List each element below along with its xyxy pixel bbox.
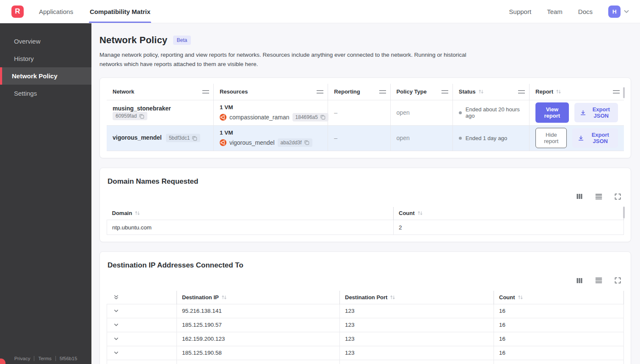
column-label: Policy Type: [397, 88, 427, 95]
column-resize-handle[interactable]: [518, 90, 525, 94]
domain-names-card: Domain Names Requested Domain Count: [99, 168, 631, 243]
destination-port-cell: 123: [340, 318, 494, 332]
expander-cell: [107, 332, 177, 346]
app-logo[interactable]: R: [11, 6, 24, 18]
copy-icon[interactable]: [139, 113, 144, 119]
sort-icon[interactable]: [390, 295, 395, 300]
sidebar-item-history[interactable]: History: [0, 50, 91, 67]
copy-icon[interactable]: [192, 135, 197, 141]
sort-icon[interactable]: [518, 295, 523, 300]
destination-ip-cell: 185.125.190.58: [177, 346, 340, 360]
networks-header-row: Network Resources Reporting: [107, 84, 624, 100]
networks-card: Network Resources Reporting: [99, 77, 631, 158]
policy-type-cell: open: [390, 125, 452, 151]
build-version: 5f56b15: [60, 356, 77, 361]
resources-cell: 1 VM compassionate_raman 184696a5: [213, 100, 328, 125]
sort-icon[interactable]: [221, 295, 227, 300]
beta-badge: Beta: [173, 36, 191, 45]
domains-header-row: Domain Count: [107, 207, 624, 220]
column-header-network: Network: [107, 84, 213, 100]
expander-cell: [107, 318, 177, 332]
network-name: musing_stonebraker: [113, 105, 171, 112]
chevron-down-icon[interactable]: [112, 350, 171, 356]
tab-applications[interactable]: Applications: [38, 0, 74, 23]
chevron-down-icon[interactable]: [112, 336, 171, 342]
columns-icon[interactable]: [576, 193, 583, 200]
page-title: Network Policy: [99, 35, 168, 46]
link-docs[interactable]: Docs: [578, 8, 593, 15]
column-header-destination-ip: Destination IP: [177, 291, 340, 304]
column-resize-handle[interactable]: [441, 90, 448, 94]
reporting-cell: –: [328, 125, 390, 151]
status-text: Ended about 20 hours ago: [466, 106, 523, 119]
column-header-resources: Resources: [213, 84, 328, 100]
user-avatar[interactable]: H: [608, 6, 621, 18]
network-id: 5bdf3dc1: [169, 135, 190, 141]
resources-summary: 1 VM: [220, 130, 322, 136]
report-cell: View report Export JSON: [530, 100, 624, 125]
status-text: Ended 1 day ago: [466, 135, 507, 141]
chevron-down-icon[interactable]: [112, 308, 171, 314]
download-icon: [578, 135, 584, 141]
column-label: Network: [113, 88, 134, 95]
column-header-policy-type: Policy Type: [390, 84, 452, 100]
destinations-table: Destination IP Destination Port Count 95…: [107, 291, 624, 364]
count-cell: 16: [494, 332, 624, 346]
vertical-scrollbar[interactable]: [623, 87, 625, 98]
column-label: Status: [459, 88, 476, 95]
resources-cell: 1 VM vigorous_mendel aba2dd3f: [213, 125, 328, 151]
rows-icon[interactable]: [595, 193, 603, 201]
sidebar: Overview History Network Policy Settings…: [0, 23, 91, 364]
sort-icon[interactable]: [478, 89, 484, 94]
sidebar-item-overview[interactable]: Overview: [0, 33, 91, 50]
export-json-button[interactable]: Export JSON: [574, 103, 618, 122]
column-resize-handle[interactable]: [202, 90, 209, 94]
privacy-link[interactable]: Privacy: [14, 356, 30, 361]
column-resize-handle[interactable]: [317, 90, 323, 94]
vertical-scrollbar[interactable]: [623, 207, 625, 218]
destination-port-cell: 123: [340, 346, 494, 360]
hide-report-button[interactable]: Hide report: [535, 128, 567, 148]
column-label: Domain: [112, 210, 132, 216]
network-cell: musing_stonebraker60959fad: [107, 100, 213, 125]
table-toolbar: [107, 276, 621, 284]
destination-row: 185.125.190.57 123 16: [107, 318, 624, 332]
copy-icon[interactable]: [304, 140, 309, 145]
status-cell: Ended 1 day ago: [452, 125, 529, 151]
column-header-destination-port: Destination Port: [340, 291, 494, 304]
tab-compatibility-matrix[interactable]: Compatibility Matrix: [89, 0, 151, 23]
chevron-down-icon[interactable]: [112, 322, 171, 328]
terms-link[interactable]: Terms: [38, 356, 51, 361]
destination-port-cell: 123: [340, 360, 494, 364]
column-label: Count: [399, 210, 415, 216]
copy-icon[interactable]: [320, 114, 326, 120]
expander-cell: [107, 360, 177, 364]
export-json-button[interactable]: Export JSON: [572, 128, 618, 148]
user-menu-chevron-down-icon[interactable]: [623, 8, 630, 15]
expand-all-chevrons-icon[interactable]: [112, 294, 172, 301]
rows-icon[interactable]: [595, 276, 603, 284]
fullscreen-icon[interactable]: [614, 277, 621, 284]
column-label: Destination Port: [345, 294, 387, 301]
link-support[interactable]: Support: [509, 8, 532, 15]
link-team[interactable]: Team: [547, 8, 563, 15]
sort-icon[interactable]: [135, 210, 140, 216]
view-report-button[interactable]: View report: [535, 102, 568, 123]
topbar-left: R Applications Compatibility Matrix: [0, 0, 166, 23]
columns-icon[interactable]: [576, 277, 583, 284]
fullscreen-icon[interactable]: [614, 193, 621, 200]
resource-id: aba2dd3f: [281, 140, 302, 146]
resource-name: compassionate_raman: [229, 114, 290, 121]
sort-icon[interactable]: [556, 89, 561, 94]
column-resize-handle[interactable]: [379, 90, 386, 94]
status-cell: Ended about 20 hours ago: [452, 100, 529, 125]
top-navigation-bar: R Applications Compatibility Matrix Supp…: [0, 0, 640, 23]
policy-type-cell: open: [390, 100, 452, 125]
destination-ip-cell: 95.216.138.141: [177, 304, 340, 318]
sidebar-item-network-policy[interactable]: Network Policy: [0, 67, 91, 85]
column-resize-handle[interactable]: [613, 90, 620, 94]
sidebar-item-settings[interactable]: Settings: [0, 85, 91, 102]
download-icon: [580, 110, 586, 116]
sort-icon[interactable]: [417, 210, 423, 216]
destination-ip-cell: 185.125.190.57: [177, 318, 340, 332]
